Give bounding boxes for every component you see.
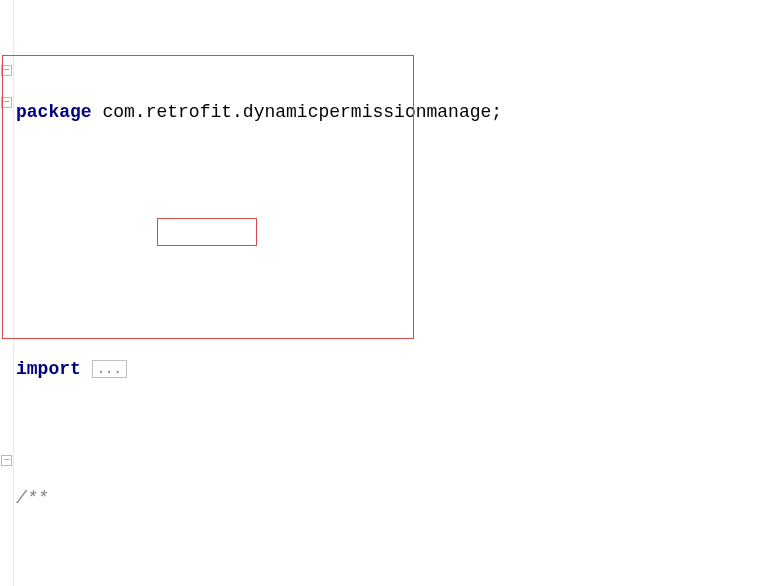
gutter	[0, 0, 14, 586]
keyword-import: import	[16, 353, 81, 385]
fold-toggle-import[interactable]: −	[1, 65, 12, 76]
line-package: package com.retrofit.dynamicpermissionma…	[16, 96, 775, 129]
doc-open: /**	[16, 482, 48, 514]
import-fold-ellipsis[interactable]: ...	[92, 360, 127, 378]
blank-line	[16, 225, 775, 258]
punct-semicolon: ;	[491, 96, 502, 128]
line-import: import ...	[16, 353, 775, 386]
code-editor[interactable]: package com.retrofit.dynamicpermissionma…	[0, 0, 775, 586]
fold-toggle-comment[interactable]: −	[1, 97, 12, 108]
fold-toggle-method[interactable]: −	[1, 455, 12, 466]
line-doc-open: /**	[16, 482, 775, 515]
keyword-package: package	[16, 96, 92, 128]
package-name: com.retrofit.dynamicpermissionmanage	[92, 96, 492, 128]
